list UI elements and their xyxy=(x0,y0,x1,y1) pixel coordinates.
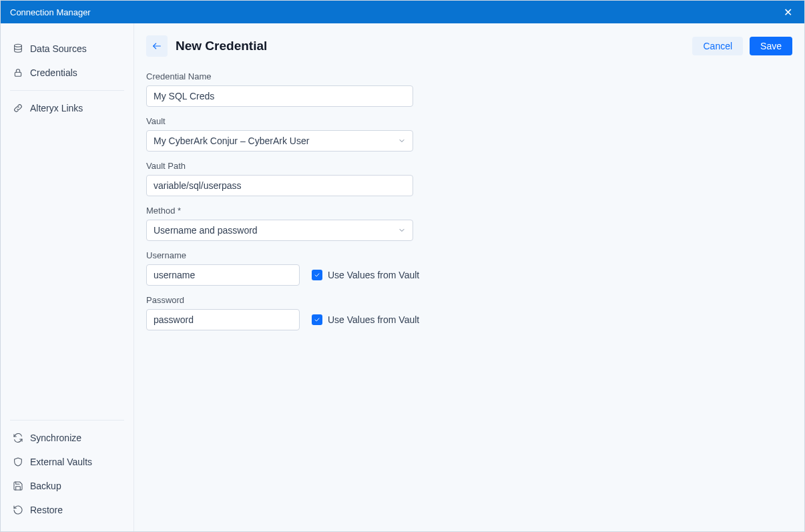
sidebar: Data Sources Credentials Alteryx Links S… xyxy=(1,23,134,531)
svg-rect-1 xyxy=(15,72,21,76)
sidebar-item-credentials[interactable]: Credentials xyxy=(1,61,133,85)
window-root: Connection Manager ✕ Data Sources Creden… xyxy=(0,0,805,532)
close-icon[interactable]: ✕ xyxy=(781,5,795,20)
chevron-down-icon xyxy=(398,226,406,234)
header-left: New Credential xyxy=(146,35,267,57)
vault-select-value: My CyberArk Conjur – CyberArk User xyxy=(154,136,309,146)
vault-label: Vault xyxy=(146,116,560,126)
shield-icon xyxy=(13,457,23,467)
field-password: Password Use Values from Vault xyxy=(146,295,560,330)
method-select-value: Username and password xyxy=(154,225,258,236)
sidebar-item-synchronize[interactable]: Synchronize xyxy=(1,426,133,450)
arrow-left-icon xyxy=(152,41,162,51)
password-input[interactable] xyxy=(146,309,300,330)
titlebar: Connection Manager ✕ xyxy=(1,1,804,23)
sidebar-item-label: Data Sources xyxy=(30,43,87,54)
check-icon xyxy=(314,272,320,278)
sidebar-item-label: Restore xyxy=(30,505,63,515)
password-vault-checkbox-label: Use Values from Vault xyxy=(328,314,419,325)
sync-icon xyxy=(13,433,23,443)
cancel-button[interactable]: Cancel xyxy=(692,37,743,55)
sidebar-item-external-vaults[interactable]: External Vaults xyxy=(1,450,133,474)
page-header: New Credential Cancel Save xyxy=(146,35,792,57)
page-title: New Credential xyxy=(176,39,267,53)
chevron-down-icon xyxy=(398,137,406,145)
method-label: Method * xyxy=(146,206,560,216)
credential-name-label: Credential Name xyxy=(146,71,560,81)
sidebar-separator xyxy=(10,90,124,91)
vault-select[interactable]: My CyberArk Conjur – CyberArk User xyxy=(146,130,413,152)
window-body: Data Sources Credentials Alteryx Links S… xyxy=(1,23,804,531)
restore-icon xyxy=(13,505,23,515)
sidebar-item-data-sources[interactable]: Data Sources xyxy=(1,37,133,61)
password-vault-checkbox[interactable] xyxy=(312,314,322,325)
save-icon xyxy=(13,481,23,491)
username-vault-checkbox[interactable] xyxy=(312,270,322,280)
field-credential-name: Credential Name xyxy=(146,71,560,107)
lock-icon xyxy=(13,67,23,78)
svg-point-0 xyxy=(15,44,22,47)
header-actions: Cancel Save xyxy=(692,37,792,55)
sidebar-item-label: Credentials xyxy=(30,67,77,78)
link-icon xyxy=(13,103,23,113)
credential-form: Credential Name Vault My CyberArk Conjur… xyxy=(146,71,560,330)
sidebar-item-alteryx-links[interactable]: Alteryx Links xyxy=(1,96,133,120)
back-button[interactable] xyxy=(146,35,168,57)
sidebar-item-label: Synchronize xyxy=(30,433,81,443)
sidebar-item-label: External Vaults xyxy=(30,457,92,467)
password-row: Use Values from Vault xyxy=(146,309,560,330)
sidebar-top: Data Sources Credentials Alteryx Links xyxy=(1,37,133,415)
sidebar-separator xyxy=(10,420,124,421)
main-panel: New Credential Cancel Save Credential Na… xyxy=(134,23,804,531)
credential-name-input[interactable] xyxy=(146,85,413,107)
method-select[interactable]: Username and password xyxy=(146,220,413,241)
vault-path-input[interactable] xyxy=(146,175,413,196)
username-vault-checkbox-group: Use Values from Vault xyxy=(312,270,419,280)
window-title: Connection Manager xyxy=(10,7,91,17)
password-label: Password xyxy=(146,295,560,305)
field-vault-path: Vault Path xyxy=(146,161,560,196)
sidebar-item-label: Backup xyxy=(30,481,61,491)
check-icon xyxy=(314,316,320,323)
sidebar-item-label: Alteryx Links xyxy=(30,103,83,113)
sidebar-bottom: Synchronize External Vaults Backup Resto… xyxy=(1,415,133,531)
database-icon xyxy=(13,43,23,54)
username-label: Username xyxy=(146,250,560,260)
field-username: Username Use Values from Vault xyxy=(146,250,560,286)
field-vault: Vault My CyberArk Conjur – CyberArk User xyxy=(146,116,560,152)
sidebar-item-backup[interactable]: Backup xyxy=(1,474,133,498)
sidebar-item-restore[interactable]: Restore xyxy=(1,498,133,522)
username-input[interactable] xyxy=(146,264,300,286)
username-row: Use Values from Vault xyxy=(146,264,560,286)
field-method: Method * Username and password xyxy=(146,206,560,241)
password-vault-checkbox-group: Use Values from Vault xyxy=(312,314,419,325)
vault-path-label: Vault Path xyxy=(146,161,560,171)
username-vault-checkbox-label: Use Values from Vault xyxy=(328,270,419,280)
save-button[interactable]: Save xyxy=(750,37,792,55)
